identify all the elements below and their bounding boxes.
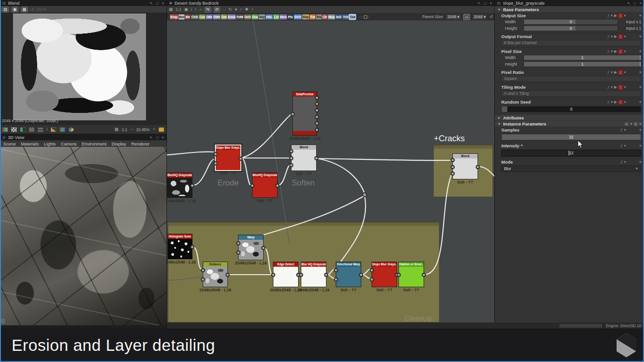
- dropdown-icon[interactable]: ▾: [624, 34, 626, 39]
- menu-item-environment[interactable]: Environment: [82, 141, 106, 146]
- close-icon[interactable]: ×: [162, 135, 164, 140]
- node-type-button-lvl[interactable]: Lvl: [273, 14, 279, 20]
- output-dot[interactable]: [359, 273, 363, 277]
- input-dot[interactable]: [289, 149, 293, 153]
- graph-node-slope-blur-erode[interactable]: Slope Blur Grays...0x0 - ??: [215, 145, 241, 171]
- node-type-button-shp[interactable]: Shp: [302, 14, 309, 20]
- param-icons[interactable]: ƒ▾▶▾▾: [607, 34, 641, 39]
- node-type-button-fxm[interactable]: FxM: [236, 14, 244, 20]
- output-dot[interactable]: [226, 273, 230, 277]
- dropdown-icon[interactable]: ▾: [624, 13, 626, 18]
- parent-size-width[interactable]: 2048 ▾: [445, 14, 461, 20]
- graph-node-data-preview[interactable]: DataPreview2048x2048 - L16: [292, 92, 317, 136]
- node-type-button-hsl[interactable]: HSL: [266, 14, 273, 20]
- section-attributes[interactable]: ► Attributes: [495, 115, 644, 120]
- 2d-viewport[interactable]: 2048 x 2048 (Grayscale, 16bpc): [0, 13, 166, 125]
- param-icons[interactable]: ƒ▾▾: [621, 144, 641, 148]
- dropdown-icon[interactable]: ▾: [624, 100, 626, 104]
- dropdown-icon[interactable]: ▾: [624, 128, 626, 132]
- search-icon[interactable]: ⌕: [199, 7, 202, 12]
- output-size-width-slider[interactable]: 0: [524, 19, 618, 25]
- graph-node-directional-warp[interactable]: Directional Warp0x0 - ??: [336, 262, 361, 287]
- input-dot[interactable]: [397, 273, 401, 277]
- node-type-button-dwr[interactable]: DWr: [213, 14, 220, 20]
- graph-node-histogram-scan[interactable]: Histogram Scan2048x2048 - L16: [167, 234, 193, 259]
- menu-item-camera[interactable]: Camera: [61, 141, 77, 146]
- dropdown-icon[interactable]: ▾: [251, 7, 253, 12]
- param-icons[interactable]: ƒ▾▶▾▾: [607, 100, 641, 105]
- random-seed-slider[interactable]: 0: [501, 106, 641, 112]
- float-icon[interactable]: □: [634, 1, 636, 6]
- input-dot[interactable]: [289, 163, 293, 167]
- dropdown-icon[interactable]: ▾: [624, 85, 626, 89]
- output-dot[interactable]: [190, 245, 194, 249]
- function-icon[interactable]: ƒ: [607, 85, 609, 89]
- folder-icon[interactable]: ▥: [634, 122, 637, 126]
- color-swatch-icon[interactable]: [618, 49, 623, 54]
- lock-icon[interactable]: [159, 127, 164, 132]
- output-dot[interactable]: [315, 96, 319, 100]
- node-type-button-dbl[interactable]: DBl: [206, 14, 212, 20]
- input-dot[interactable]: [451, 171, 455, 176]
- channel-swatch-icon[interactable]: [2, 127, 8, 132]
- tiling-mode-dropdown[interactable]: H and V Tiling: [501, 91, 641, 97]
- output-dot[interactable]: [476, 165, 480, 169]
- pick-icon[interactable]: ↖: [150, 135, 153, 140]
- dropdown-icon[interactable]: ▾: [611, 34, 613, 39]
- input-dot[interactable]: [213, 152, 218, 156]
- dropdown-icon[interactable]: ▾: [611, 70, 613, 74]
- node-type-button-out[interactable]: Out: [349, 14, 356, 20]
- function-icon[interactable]: ƒ: [607, 49, 609, 53]
- expose-icon[interactable]: ▶: [614, 70, 617, 74]
- expose-icon[interactable]: ▶: [614, 13, 617, 18]
- color-swatch-icon[interactable]: [618, 34, 623, 39]
- fit-graph-icon[interactable]: ▦: [169, 7, 173, 12]
- graph-node-blend-soften[interactable]: Blend0x0 - ??: [291, 145, 317, 171]
- output-dot[interactable]: [275, 184, 279, 188]
- float-icon[interactable]: □: [156, 1, 159, 6]
- section-instance-parameters[interactable]: ▼ Instance Parameters ▤ ▾ ▥ ▾: [495, 121, 644, 126]
- mode-dropdown[interactable]: Blur ▼: [501, 165, 641, 172]
- reset-size-icon[interactable]: ↺: [489, 15, 493, 19]
- input-dot[interactable]: [236, 250, 240, 255]
- menu-item-materials[interactable]: Materials: [21, 141, 39, 146]
- zoom-level-label[interactable]: 22.95%: [136, 127, 150, 132]
- output-size-height-slider[interactable]: 0: [524, 26, 618, 31]
- graph-node-slope-blur-clean[interactable]: Slope Blur Grays...0x0 - ??: [372, 262, 397, 287]
- input-dot[interactable]: [334, 277, 338, 282]
- menu-item-renderer[interactable]: Renderer: [131, 141, 150, 146]
- tiling-icon[interactable]: [38, 127, 43, 132]
- pick-icon[interactable]: ↖: [627, 1, 631, 6]
- ratio-label[interactable]: 1:1: [122, 127, 127, 132]
- node-type-button-pix[interactable]: Pix: [287, 14, 293, 20]
- intensity-input[interactable]: 12: [501, 150, 641, 157]
- color-swatch-icon[interactable]: [618, 13, 623, 18]
- menu-arrow-icon[interactable]: ▾: [639, 128, 641, 132]
- dropdown-icon[interactable]: ▾: [639, 122, 641, 126]
- color-swatch-icon[interactable]: [618, 100, 623, 105]
- expose-icon[interactable]: ▶: [614, 49, 617, 53]
- collapse-triangle-icon[interactable]: ▼: [498, 8, 501, 11]
- info-icon[interactable]: i: [191, 7, 192, 12]
- expose-icon[interactable]: ▶: [614, 34, 617, 39]
- pixel-size-height-slider[interactable]: 1: [524, 61, 641, 67]
- dropdown-icon[interactable]: ▾: [611, 49, 613, 53]
- dropdown-icon[interactable]: ▾: [240, 7, 242, 12]
- zoom-out-icon[interactable]: −: [131, 127, 133, 132]
- pixel-size-width-slider[interactable]: 1: [524, 55, 641, 60]
- graph-node-edge-detect[interactable]: Edge Detect2048x2048 - L16: [273, 262, 299, 287]
- dropdown-icon[interactable]: ▾: [630, 122, 632, 126]
- node-type-button-clr[interactable]: Clr: [322, 14, 328, 20]
- loop-icon[interactable]: ↻: [228, 7, 232, 12]
- input-dot[interactable]: [271, 273, 275, 277]
- float-icon[interactable]: □: [156, 135, 159, 140]
- info-icon[interactable]: i: [46, 127, 47, 132]
- dropdown-icon[interactable]: ▾: [624, 70, 626, 74]
- pick-icon[interactable]: ↖: [150, 1, 153, 6]
- output-dot[interactable]: [239, 157, 243, 161]
- output-dot[interactable]: [315, 121, 319, 125]
- menu-arrow-icon[interactable]: ▾: [639, 160, 641, 164]
- node-type-button-grd[interactable]: GrD: [244, 14, 251, 20]
- dropdown-icon[interactable]: ▾: [624, 49, 626, 53]
- param-icons[interactable]: ƒ▾▶▾▾: [607, 13, 641, 18]
